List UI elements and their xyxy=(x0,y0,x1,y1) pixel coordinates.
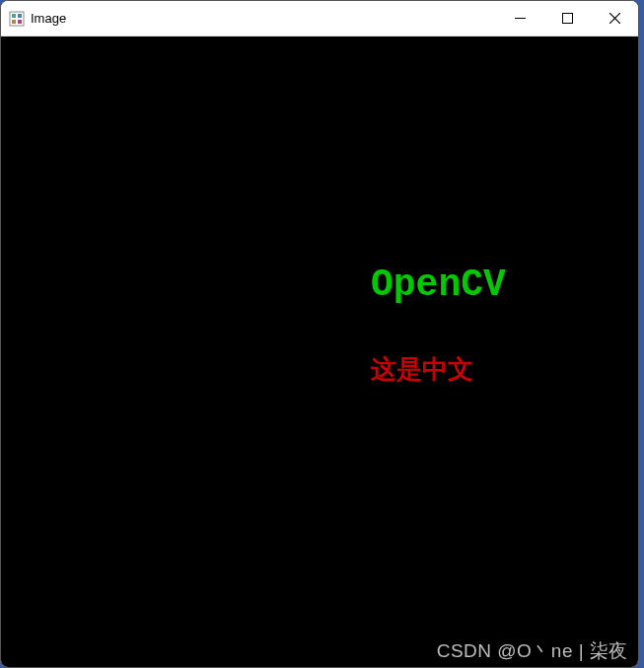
app-icon xyxy=(9,11,25,27)
close-button[interactable] xyxy=(591,1,638,36)
window-title: Image xyxy=(31,11,66,26)
watermark-text: CSDN @O丶ne | 柒夜 xyxy=(437,638,628,664)
svg-rect-3 xyxy=(12,20,16,24)
maximize-button[interactable] xyxy=(543,1,591,36)
image-canvas: OpenCV 这是中文 CSDN @O丶ne | 柒夜 xyxy=(1,37,638,667)
canvas-text-opencv: OpenCV xyxy=(371,263,506,306)
minimize-button[interactable] xyxy=(496,1,543,36)
svg-rect-6 xyxy=(562,14,572,24)
app-window: Image OpenCV 这是中文 CSDN @O丶ne | 柒夜 xyxy=(0,0,639,668)
canvas-text-chinese: 这是中文 xyxy=(371,352,473,387)
svg-rect-2 xyxy=(18,14,22,18)
titlebar: Image xyxy=(1,1,638,37)
svg-rect-1 xyxy=(12,14,16,18)
window-controls xyxy=(496,1,638,36)
svg-rect-4 xyxy=(18,20,22,24)
